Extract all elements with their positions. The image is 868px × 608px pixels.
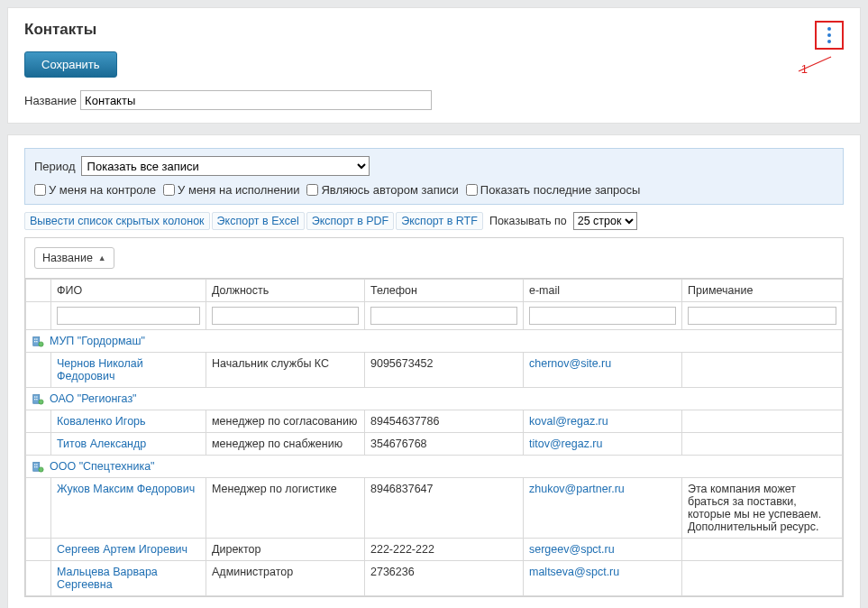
chk-exec[interactable]: У меня на исполнении [163, 183, 299, 197]
period-label: Период [34, 160, 76, 173]
filter-phone-input[interactable] [370, 307, 517, 325]
filter-checks: У меня на контроле У меня на исполнении … [34, 183, 834, 197]
position-cell: Начальник службы КС [206, 353, 365, 388]
table-row: Мальцева Варвара СергеевнаАдминистратор2… [26, 561, 843, 596]
export-rtf-button[interactable]: Экспорт в RTF [396, 212, 483, 230]
phone-cell: 8946837647 [365, 478, 524, 539]
period-row: Период Показать все записи [34, 156, 834, 176]
row-icon-cell [26, 433, 51, 456]
header-panel: Контакты 1 Сохранить Название [7, 7, 861, 124]
group-row[interactable]: МУП "Гордормаш" [26, 330, 843, 353]
email-link[interactable]: titov@regaz.ru [529, 438, 602, 450]
phone-cell: 89454637786 [365, 410, 524, 433]
name-row: Название [24, 90, 844, 110]
col-email-header[interactable]: e-mail [524, 280, 682, 302]
position-cell: Директор [206, 539, 365, 561]
row-icon-cell [26, 478, 51, 539]
position-cell: менеджер по согласованию [206, 410, 365, 433]
save-button[interactable]: Сохранить [24, 51, 117, 78]
email-link[interactable]: chernov@site.ru [529, 357, 611, 370]
rows-per-page-select[interactable]: 25 строк [573, 212, 637, 230]
email-link[interactable]: zhukov@partner.ru [529, 483, 625, 495]
table-row: Титов Александрменеджер по снабжению3546… [26, 433, 843, 456]
fio-link[interactable]: Коваленко Игорь [57, 415, 146, 428]
kebab-icon [827, 27, 831, 43]
chk-recent[interactable]: Показать последние запросы [466, 183, 641, 197]
filter-email-input[interactable] [529, 307, 676, 325]
name-label: Название [24, 94, 78, 107]
row-icon-cell [26, 410, 51, 433]
group-row[interactable]: ОАО "Регионгаз" [26, 388, 843, 410]
fio-link[interactable]: Жуков Максим Федорович [57, 483, 195, 495]
chk-author-input[interactable] [306, 184, 318, 196]
page-title: Контакты [24, 21, 844, 39]
position-cell: Менеджер по логистике [206, 478, 365, 539]
svg-rect-14 [34, 464, 35, 465]
chk-recent-input[interactable] [466, 184, 478, 196]
filter-row [26, 302, 843, 330]
phone-cell: 354676768 [365, 433, 524, 456]
svg-rect-4 [34, 341, 35, 342]
svg-rect-2 [34, 338, 35, 339]
chk-control-label: У меня на контроле [49, 183, 156, 197]
fio-link[interactable]: Чернов Николай Федорович [57, 357, 143, 382]
chk-author-label: Являюсь автором записи [321, 183, 458, 197]
grid-table: ФИО Должность Телефон e-mail Примечание … [25, 279, 843, 596]
svg-point-18 [39, 467, 43, 472]
hidden-columns-button[interactable]: Вывести список скрытых колонок [24, 212, 210, 230]
sort-asc-icon: ▲ [98, 253, 106, 263]
note-cell: Эта компания может браться за поставки, … [682, 478, 843, 539]
chk-recent-label: Показать последние запросы [480, 183, 641, 197]
email-link[interactable]: sergeev@spct.ru [529, 543, 615, 556]
group-name-link[interactable]: МУП "Гордормаш" [50, 335, 145, 347]
show-by-label: Показывать по [485, 213, 571, 229]
phone-cell: 2736236 [365, 561, 524, 596]
filter-note-input[interactable] [688, 307, 836, 325]
filter-fio-input[interactable] [57, 307, 200, 325]
col-position-header[interactable]: Должность [206, 280, 365, 302]
phone-cell: 222-222-222 [365, 539, 524, 561]
svg-rect-17 [36, 466, 37, 467]
fio-link[interactable]: Мальцева Варвара Сергеевна [57, 566, 158, 591]
svg-rect-8 [34, 396, 35, 397]
col-note-header[interactable]: Примечание [682, 280, 843, 302]
chk-control[interactable]: У меня на контроле [34, 183, 156, 197]
col-phone-header[interactable]: Телефон [365, 280, 524, 302]
actions-menu-button[interactable] [815, 21, 844, 50]
grouping-header: Название ▲ [25, 238, 843, 279]
period-select[interactable]: Показать все записи [81, 156, 370, 176]
fio-link[interactable]: Титов Александр [57, 438, 146, 450]
svg-rect-3 [36, 338, 37, 339]
svg-rect-16 [34, 466, 35, 467]
row-icon-cell [26, 561, 51, 596]
table-row: Чернов Николай ФедоровичНачальник службы… [26, 353, 843, 388]
table-row: Жуков Максим ФедоровичМенеджер по логист… [26, 478, 843, 539]
table-row: Сергеев Артем ИгоревичДиректор222-222-22… [26, 539, 843, 561]
chk-exec-input[interactable] [163, 184, 175, 196]
filter-box: Период Показать все записи У меня на кон… [24, 148, 844, 205]
group-row[interactable]: ООО "Спецтехника" [26, 456, 843, 478]
chk-exec-label: У меня на исполнении [178, 183, 299, 197]
chk-author[interactable]: Являюсь автором записи [306, 183, 458, 197]
toolbar: Вывести список скрытых колонок Экспорт в… [24, 212, 844, 230]
email-link[interactable]: maltseva@spct.ru [529, 566, 619, 578]
note-cell [682, 539, 843, 561]
position-cell: менеджер по снабжению [206, 433, 365, 456]
data-grid: Название ▲ ФИО Должность Телефон e-mail … [24, 237, 844, 597]
export-excel-button[interactable]: Экспорт в Excel [212, 212, 305, 230]
export-pdf-button[interactable]: Экспорт в PDF [306, 212, 395, 230]
note-cell [682, 561, 843, 596]
fio-link[interactable]: Сергеев Артем Игоревич [57, 543, 187, 556]
col-icon-header[interactable] [26, 280, 51, 302]
group-name-link[interactable]: ООО "Спецтехника" [50, 460, 155, 473]
building-icon [32, 335, 44, 347]
col-fio-header[interactable]: ФИО [51, 280, 206, 302]
chk-control-input[interactable] [34, 184, 46, 196]
svg-rect-10 [34, 399, 35, 400]
name-input[interactable] [80, 90, 432, 110]
filter-position-input[interactable] [212, 307, 359, 325]
group-chip[interactable]: Название ▲ [34, 247, 114, 269]
email-link[interactable]: koval@regaz.ru [529, 415, 608, 428]
group-name-link[interactable]: ОАО "Регионгаз" [50, 392, 137, 405]
group-chip-label: Название [42, 252, 93, 264]
